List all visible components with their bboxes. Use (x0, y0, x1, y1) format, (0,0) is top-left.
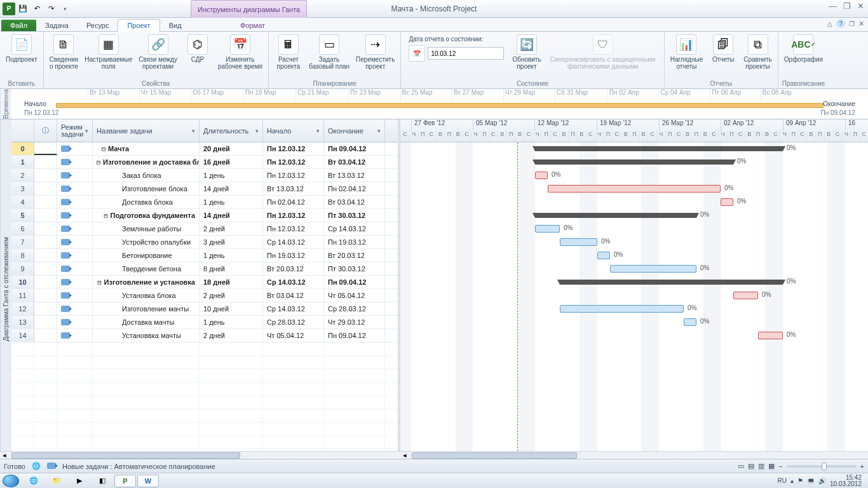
view-team-icon[interactable]: ▥ (758, 462, 764, 470)
zoom-in-icon[interactable]: + (860, 463, 864, 470)
table-row[interactable]: 7Устройство опалубки3 днейСр 14.03.12Пн … (11, 236, 398, 249)
tray-volume-icon[interactable]: 🔊 (818, 477, 826, 484)
row-name[interactable]: Заказ блока (93, 169, 200, 182)
row-id[interactable]: 7 (11, 236, 34, 248)
table-row[interactable]: 12Изготовление мачты10 днейСр 14.03.12Ср… (11, 302, 398, 316)
gantt-bar[interactable] (560, 305, 684, 313)
row-mode[interactable] (57, 222, 93, 235)
table-row[interactable]: 13Доставка мачты1 деньСр 28.03.12Чт 29.0… (11, 316, 398, 329)
row-mode[interactable] (57, 289, 93, 302)
row-id[interactable]: 4 (11, 196, 34, 208)
grid-hscroll[interactable]: ◂ (11, 451, 400, 459)
taskbar-ie-icon[interactable]: 🌐 (23, 475, 44, 487)
row-mode[interactable] (57, 262, 93, 275)
row-duration[interactable]: 1 день (200, 196, 263, 208)
row-finish[interactable]: Пт 30.03.12 (324, 262, 385, 275)
row-name[interactable]: ⊟Мачта (93, 142, 200, 155)
table-row[interactable]: 10⊟Изготовление и установка18 днейСр 14.… (11, 276, 398, 289)
row-duration[interactable]: 1 день (200, 316, 263, 329)
row-duration[interactable]: 2 дней (200, 222, 263, 235)
timeline-bar[interactable] (56, 103, 824, 108)
visual-reports-button[interactable]: 📊Наглядные отчеты (668, 33, 705, 71)
row-name[interactable]: Земляные работы (93, 222, 200, 235)
table-row[interactable]: 4Доставка блока1 деньПн 02.04.12Вт 03.04… (11, 196, 398, 209)
gantt-bar[interactable] (684, 318, 696, 326)
row-finish[interactable]: Пн 09.04.12 (324, 276, 385, 288)
row-duration[interactable]: 10 дней (200, 302, 263, 315)
row-info[interactable] (34, 156, 57, 168)
row-info[interactable] (34, 316, 57, 329)
row-id[interactable]: 14 (11, 329, 34, 342)
hdr-finish[interactable]: Окончание▾ (324, 119, 385, 142)
qat-customize-icon[interactable]: ▾ (58, 3, 71, 15)
table-row[interactable]: 5⊟Подготовка фундамента14 днейПн 12.03.1… (11, 209, 398, 222)
help-icon[interactable]: ? (836, 19, 845, 28)
gantt-bar[interactable] (610, 265, 696, 273)
close-icon[interactable]: ✕ (857, 1, 864, 11)
table-row[interactable]: 6Земляные работы2 днейПн 12.03.12Ср 14.0… (11, 222, 398, 236)
row-id[interactable]: 10 (11, 276, 34, 288)
row-start[interactable]: Пн 12.03.12 (263, 156, 324, 168)
row-start[interactable]: Ср 14.03.12 (263, 302, 324, 315)
row-name[interactable]: Установка блока (93, 289, 200, 302)
close-workbook-icon[interactable]: ✕ (858, 20, 864, 28)
row-name[interactable]: ⊟Подготовка фундамента (93, 209, 200, 222)
gantt-bar[interactable] (535, 159, 733, 165)
row-name[interactable]: Устройство опалубки (93, 236, 200, 248)
row-finish[interactable]: Пн 09.04.12 (324, 329, 385, 342)
row-name[interactable]: Установвка мачты (93, 329, 200, 342)
table-row[interactable]: 11Установка блока2 днейВт 03.04.12Чт 05.… (11, 289, 398, 302)
row-mode[interactable] (57, 182, 93, 195)
gantt-bar[interactable] (535, 225, 560, 233)
taskbar-project-icon[interactable]: P (114, 475, 136, 487)
tray-chevron-icon[interactable]: ▴ (790, 477, 794, 484)
row-start[interactable]: Пн 12.03.12 (263, 169, 324, 182)
save-icon[interactable]: 💾 (17, 3, 29, 15)
row-id[interactable]: 12 (11, 302, 34, 315)
row-info[interactable] (34, 182, 57, 195)
hdr-name[interactable]: Название задачи▾ (93, 119, 200, 142)
row-start[interactable]: Вт 03.04.12 (263, 289, 324, 302)
row-info[interactable] (34, 329, 57, 342)
row-finish[interactable]: Пт 30.03.12 (324, 209, 385, 222)
row-start[interactable]: Чт 05.04.12 (263, 329, 324, 342)
row-mode[interactable] (57, 209, 93, 222)
row-mode[interactable] (57, 169, 93, 182)
row-mode[interactable] (57, 196, 93, 208)
tab-view[interactable]: Вид (160, 20, 191, 31)
start-button[interactable] (3, 475, 19, 487)
ribbon-minimize-icon[interactable]: △ (827, 20, 832, 27)
row-duration[interactable]: 16 дней (200, 156, 263, 168)
row-duration[interactable]: 18 дней (200, 276, 263, 288)
zoom-out-icon[interactable]: − (778, 463, 782, 470)
row-finish[interactable]: Чт 05.04.12 (324, 289, 385, 302)
row-id[interactable]: 6 (11, 222, 34, 235)
taskbar-explorer-icon[interactable]: 📁 (46, 475, 67, 487)
project-info-button[interactable]: 🗎Сведения о проекте (48, 33, 81, 71)
reports-button[interactable]: 🗐Отчеты (707, 33, 739, 64)
gantt-bar[interactable] (597, 252, 610, 259)
links-button[interactable]: 🔗Связи между проектами (137, 33, 179, 71)
baseline-button[interactable]: ▭Задать базовый план (307, 33, 351, 71)
row-finish[interactable]: Пн 09.04.12 (324, 142, 385, 155)
row-mode[interactable] (57, 142, 93, 155)
subproject-button[interactable]: 📄Подпроект (4, 33, 39, 64)
table-row[interactable]: 14Установвка мачты2 днейЧт 05.04.12Пн 09… (11, 329, 398, 342)
row-info[interactable] (34, 209, 57, 222)
row-id[interactable]: 2 (11, 169, 34, 182)
gantt-hscroll[interactable]: ◂ (400, 451, 868, 459)
row-start[interactable]: Пн 12.03.12 (263, 222, 324, 235)
row-info[interactable] (34, 289, 57, 302)
table-row[interactable]: 9Твердение бетона8 днейВт 20.03.12Пт 30.… (11, 262, 398, 276)
row-name[interactable]: Твердение бетона (93, 262, 200, 275)
row-finish[interactable]: Вт 03.04.12 (324, 196, 385, 208)
gantt-bar[interactable] (560, 280, 783, 285)
redo-icon[interactable]: ↷ (44, 3, 57, 15)
row-finish[interactable]: Пн 02.04.12 (324, 182, 385, 195)
gantt-body[interactable]: 0%0%0%0%0%0%0%0%0%0%0%0%0%0%0% (400, 142, 868, 451)
row-info[interactable] (34, 169, 57, 182)
view-gantt-icon[interactable]: ▭ (738, 462, 744, 470)
gantt-bar[interactable] (758, 332, 783, 339)
row-duration[interactable]: 3 дней (200, 236, 263, 248)
wbs-button[interactable]: ⌬СДР (182, 33, 214, 64)
